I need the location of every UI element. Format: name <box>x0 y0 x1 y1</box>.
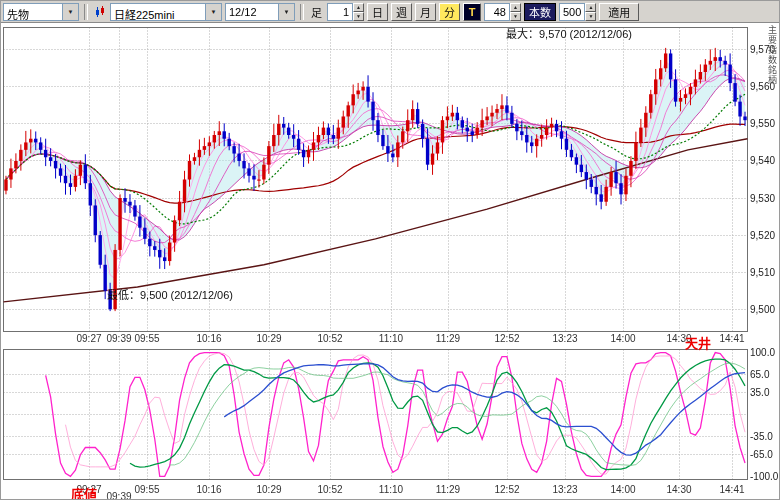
symbol-value: 日経225mini <box>111 4 205 20</box>
chart-app-window: 9,5709,5609,5509,5409,5309,5209,5109,500… <box>0 0 780 500</box>
instrument-type-value: 先物 <box>4 4 62 20</box>
bar-count-value: 500 <box>559 3 585 21</box>
price-chart-canvas[interactable] <box>1 1 780 500</box>
chevron-down-icon[interactable]: ▼ <box>62 4 78 20</box>
arrow-up-icon[interactable]: ▲ <box>585 3 596 12</box>
date-value: 12/12 <box>226 4 278 20</box>
spinner-arrows[interactable]: ▲▼ <box>353 3 364 21</box>
period-month-button[interactable]: 月 <box>415 3 436 21</box>
arrow-up-icon[interactable]: ▲ <box>353 3 364 12</box>
period-week-button[interactable]: 週 <box>391 3 412 21</box>
toolbar: 先物 ▼ 日経225mini ▼ 12/12 ▼ 足 1 ▲▼ 日 週 月 <box>1 1 780 23</box>
period-day-button[interactable]: 日 <box>367 3 388 21</box>
bar-type-label: 足 <box>309 4 324 20</box>
ma-param-spinner[interactable]: 48 ▲▼ <box>484 3 521 21</box>
ceiling-signal-label: 天井 <box>685 333 711 352</box>
min-price-annotation: 最低：9,500 (2012/12/06) <box>107 286 233 302</box>
chevron-down-icon[interactable]: ▼ <box>205 4 221 20</box>
interval-value: 1 <box>327 3 353 21</box>
arrow-down-icon[interactable]: ▼ <box>353 12 364 21</box>
period-minute-button[interactable]: 分 <box>439 3 460 21</box>
instrument-type-select[interactable]: 先物 ▼ <box>3 3 79 21</box>
chevron-down-icon[interactable]: ▼ <box>278 4 294 20</box>
tick-button[interactable]: T <box>463 3 481 21</box>
arrow-down-icon[interactable]: ▼ <box>585 12 596 21</box>
toolbar-separator <box>300 4 304 20</box>
bottom-signal-label: 底値 <box>71 484 97 500</box>
arrow-up-icon[interactable]: ▲ <box>510 3 521 12</box>
bar-count-spinner[interactable]: 500 ▲▼ <box>559 3 596 21</box>
apply-button[interactable]: 適用 <box>599 3 639 21</box>
toolbar-separator <box>84 4 88 20</box>
side-vertical-label: 主要指数銘柄 <box>766 25 779 85</box>
date-select[interactable]: 12/12 ▼ <box>225 3 295 21</box>
spinner-arrows[interactable]: ▲▼ <box>510 3 521 21</box>
interval-spinner[interactable]: 1 ▲▼ <box>327 3 364 21</box>
candlestick-icon <box>93 5 107 19</box>
max-price-annotation: 最大：9,570 (2012/12/06) <box>506 25 632 41</box>
count-label: 本数 <box>524 3 556 21</box>
symbol-select[interactable]: 日経225mini ▼ <box>110 3 222 21</box>
arrow-down-icon[interactable]: ▼ <box>510 12 521 21</box>
ma-param-value: 48 <box>484 3 510 21</box>
spinner-arrows[interactable]: ▲▼ <box>585 3 596 21</box>
